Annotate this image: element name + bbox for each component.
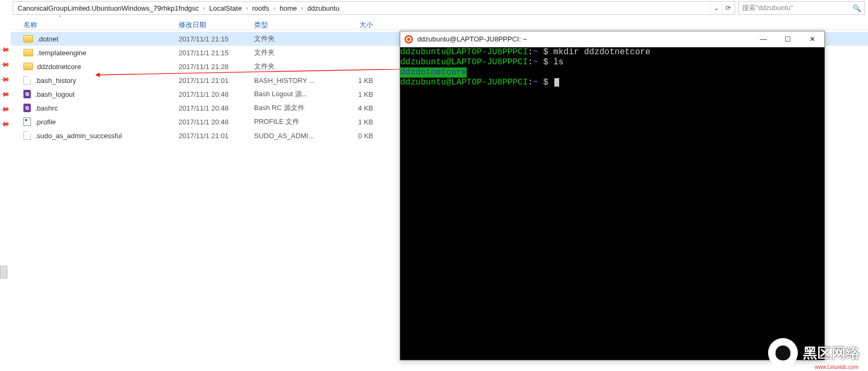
code-icon: ⧉ — [23, 90, 31, 98]
breadcrumb-container[interactable]: CanonicalGroupLimited.UbuntuonWindows_79… — [13, 1, 735, 15]
folder-icon — [23, 49, 33, 56]
file-date: 2017/11/1 21:28 — [179, 63, 254, 71]
file-name: .sudo_as_admin_successful — [35, 132, 122, 140]
chevron-right-icon: › — [244, 5, 250, 11]
window-controls: — ☐ ✕ — [751, 31, 824, 47]
file-type: BASH_HISTORY ... — [254, 77, 332, 85]
watermark-logo-icon — [768, 338, 798, 368]
column-headers[interactable]: ˄ 名称 修改日期 类型 大小 — [11, 16, 868, 30]
file-name: .bash_logout — [35, 90, 74, 98]
explorer-address-bar: CanonicalGroupLimited.UbuntuonWindows_79… — [0, 0, 868, 16]
breadcrumb-segment[interactable]: home — [279, 4, 298, 12]
ubuntu-icon — [404, 35, 413, 44]
file-date: 2017/11/1 21:15 — [179, 35, 254, 43]
folder-icon — [23, 35, 33, 43]
maximize-button[interactable]: ☐ — [776, 31, 800, 47]
watermark-text: 黑区网络 — [803, 344, 861, 362]
file-name: ddzdotnetcore — [37, 63, 81, 71]
file-date: 2017/11/1 21:01 — [179, 132, 254, 140]
file-type: 文件夹 — [254, 34, 332, 44]
terminal-titlebar[interactable]: ddzubuntu@LAPTOP-JU8PPPCI: ~ — ☐ ✕ — [400, 31, 824, 47]
file-size: 1 KB — [332, 118, 383, 126]
file-type: PROFILE 文件 — [254, 117, 332, 127]
file-type: 文件夹 — [254, 48, 332, 57]
terminal-output: ddzdotnetcore — [400, 68, 467, 78]
ini-icon — [23, 117, 31, 126]
pin-icon[interactable]: 📌 — [0, 89, 11, 100]
terminal-title: ddzubuntu@LAPTOP-JU8PPPCI: ~ — [417, 35, 527, 43]
file-date: 2017/11/1 21:15 — [179, 49, 254, 57]
file-date: 2017/11/1 20:48 — [179, 118, 254, 126]
breadcrumb-segment[interactable]: ddzubuntu — [306, 4, 341, 12]
file-icon — [23, 76, 31, 85]
file-size: 0 KB — [332, 132, 383, 140]
quick-access-pins: 📌 📌 📌 📌 📌 📌 — [1, 46, 9, 128]
file-type: SUDO_AS_ADMI... — [254, 132, 332, 140]
folder-icon — [23, 63, 33, 70]
sort-asc-icon: ˄ — [58, 15, 61, 21]
header-date[interactable]: 修改日期 — [179, 20, 254, 30]
pin-icon[interactable]: 📌 — [0, 44, 11, 55]
file-date: 2017/11/1 21:01 — [179, 77, 254, 85]
pin-icon[interactable]: 📌 — [0, 59, 11, 70]
header-size[interactable]: 大小 — [332, 20, 383, 30]
close-button[interactable]: ✕ — [800, 31, 824, 47]
prompt-user: ddzubuntu@LAPTOP-JU8PPPCI — [400, 78, 528, 87]
file-size: 1 KB — [332, 90, 383, 98]
file-name: .bashrc — [35, 104, 58, 112]
terminal-command: ls — [553, 57, 563, 67]
prompt-path: ~ — [533, 47, 538, 57]
pin-icon[interactable]: 📌 — [0, 119, 11, 130]
prompt-user: ddzubuntu@LAPTOP-JU8PPPCI — [400, 47, 528, 57]
search-input[interactable]: 搜索"ddzubuntu" 🔍 — [738, 1, 865, 15]
breadcrumb-dropdown-icon[interactable]: ⌄ — [710, 2, 722, 14]
search-placeholder: 搜索"ddzubuntu" — [742, 3, 793, 13]
file-name: .dotnet — [37, 35, 58, 43]
minimize-button[interactable]: — — [751, 31, 776, 47]
prompt-user: ddzubuntu@LAPTOP-JU8PPPCI — [400, 57, 528, 67]
pin-icon[interactable]: 📌 — [0, 104, 11, 115]
pin-icon[interactable]: 📌 — [0, 74, 11, 85]
code-icon: ⧉ — [23, 104, 31, 112]
breadcrumb-segment[interactable]: rootfs — [251, 4, 271, 12]
watermark-url: www.Linuxidc.com — [815, 364, 858, 370]
terminal-window: ddzubuntu@LAPTOP-JU8PPPCI: ~ — ☐ ✕ ddzub… — [400, 31, 825, 360]
file-name: .templateengine — [37, 49, 87, 57]
file-name: .bash_history — [35, 77, 76, 85]
terminal-body[interactable]: ddzubuntu@LAPTOP-JU8PPPCI:~ $ mkdir ddzd… — [400, 47, 824, 360]
file-size: 1 KB — [332, 77, 383, 85]
file-icon — [23, 131, 31, 140]
cursor — [554, 78, 559, 87]
file-date: 2017/11/1 20:48 — [179, 90, 254, 98]
scrollbar-thumb[interactable] — [0, 266, 7, 279]
file-type: 文件夹 — [254, 62, 332, 71]
file-type: Bash RC 源文件 — [254, 103, 332, 113]
breadcrumb[interactable]: CanonicalGroupLimited.UbuntuonWindows_79… — [14, 4, 710, 12]
header-type[interactable]: 类型 — [254, 20, 332, 30]
refresh-icon[interactable]: ⟳ — [722, 2, 734, 14]
file-name: .profile — [35, 118, 56, 126]
file-date: 2017/11/1 20:48 — [179, 104, 254, 112]
header-name[interactable]: ˄ 名称 — [11, 20, 179, 30]
chevron-right-icon: › — [299, 5, 305, 11]
file-type: Bash Logout 源... — [254, 89, 332, 99]
chevron-right-icon: › — [201, 5, 207, 11]
file-size: 4 KB — [332, 104, 383, 112]
breadcrumb-segment[interactable]: CanonicalGroupLimited.UbuntuonWindows_79… — [16, 4, 200, 12]
watermark: 黑区网络 — [768, 338, 861, 368]
chevron-right-icon: › — [272, 5, 277, 11]
search-icon[interactable]: 🔍 — [853, 4, 861, 12]
breadcrumb-segment[interactable]: LocalState — [208, 4, 242, 12]
terminal-command: mkdir ddzdotnetcore — [553, 47, 650, 57]
